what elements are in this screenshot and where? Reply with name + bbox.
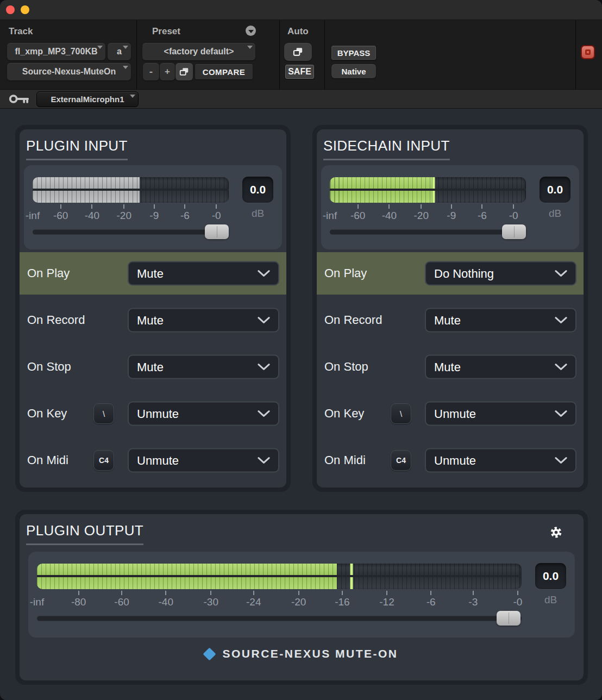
chevron-down-icon [555,410,567,417]
titlebar [0,0,602,20]
row-on-record: On Record Mute [317,299,584,341]
compare-label: COMPARE [203,67,245,77]
on-key-dropdown[interactable]: Unmute [128,402,279,426]
plugin-output-title: PLUGIN OUTPUT [26,522,143,539]
plugin-input-meter [33,177,229,203]
plugin-header: Track fl_xmp_MP3_700KB a Source-Nexus-Mu… [0,20,602,90]
key-assign-button[interactable]: \ [391,403,411,424]
midi-assign-button[interactable]: C4 [93,450,114,471]
scale-tick [473,591,474,595]
sidechain-gain-slider[interactable] [330,224,526,239]
slider-track[interactable] [33,229,229,234]
next-preset-button[interactable]: + [160,63,175,80]
on-midi-label: On Midi [324,453,366,467]
sidechain-gain-readout[interactable]: 0.0 [540,177,570,203]
slider-track[interactable] [37,616,522,621]
scale-tick-label: -20 [116,210,131,222]
scale-tick-label: -6 [427,596,436,608]
sidechain-source-selector[interactable]: ExternalMicrophn1 [36,91,139,107]
row-on-play: On Play Do Nothing [317,252,584,295]
on-record-label: On Record [324,313,382,327]
chevron-down-icon [555,270,567,277]
plugin-selector[interactable]: Source-Nexus-MuteOn [7,63,131,80]
scale-tick-label: -16 [335,596,349,608]
plugin-output-gain-readout[interactable]: 0.0 [535,563,566,589]
scale-tick-label: -40 [382,210,397,222]
scale-tick [388,204,390,209]
on-stop-dropdown[interactable]: Mute [128,355,279,379]
preset-selector[interactable]: <factory default> [142,43,255,60]
slider-handle[interactable] [497,611,521,626]
on-key-label: On Key [27,407,67,421]
sidechain-input-title: SIDECHAIN INPUT [323,138,450,154]
automation-enable-button[interactable] [284,43,312,61]
slider-handle[interactable] [502,224,526,239]
on-midi-label: On Midi [27,453,68,467]
on-record-dropdown[interactable]: Mute [425,308,576,333]
chevron-down-icon [123,46,128,49]
scale-tick [253,591,254,595]
preset-name: <factory default> [164,47,234,57]
previous-preset-button[interactable]: - [143,63,159,80]
scale-tick [481,204,482,209]
on-key-label: On Key [324,407,364,421]
scale-tick-label: -9 [149,210,159,222]
bypass-button[interactable]: BYPASS [331,46,376,60]
slider-track[interactable] [330,229,526,234]
scale-tick-label: -6 [180,210,190,222]
chevron-down-icon [258,457,270,464]
compare-button[interactable]: COMPARE [195,64,253,79]
preset-menu-button[interactable] [246,26,256,36]
scale-tick-label: -inf [26,210,40,222]
chevron-down-icon [248,30,254,33]
chevron-down-icon [258,270,270,277]
minimize-window-button[interactable] [21,5,29,14]
db-unit-label: dB [540,208,570,220]
scale-tick [165,591,166,595]
auto-section: Auto SAFE [280,20,325,89]
scale-tick [154,204,155,209]
track-section: Track fl_xmp_MP3_700KB a Source-Nexus-Mu… [0,20,137,89]
copy-icon [179,67,190,77]
on-stop-dropdown[interactable]: Mute [425,355,576,379]
plugin-input-title: PLUGIN INPUT [26,138,128,154]
track-selector[interactable]: fl_xmp_MP3_700KB [7,43,105,60]
on-record-dropdown[interactable]: Mute [128,308,279,333]
plugin-target-button[interactable] [581,45,595,59]
native-button[interactable]: Native [331,64,376,78]
automation-safe-button[interactable]: SAFE [285,65,314,79]
midi-assign-button[interactable]: C4 [391,450,411,471]
chevron-down-icon [555,316,567,324]
scale-tick [430,591,431,595]
scale-tick [210,591,211,595]
scale-tick-label: -30 [203,596,218,608]
scale-tick [298,591,299,595]
on-key-dropdown[interactable]: Unmute [425,402,576,426]
plugin-input-gain-readout[interactable]: 0.0 [242,177,273,203]
scale-tick-label: -40 [85,210,99,222]
slider-handle[interactable] [205,224,229,239]
on-midi-dropdown[interactable]: Unmute [128,448,279,473]
key-assign-button[interactable]: \ [93,403,114,424]
chevron-down-icon [258,316,270,324]
on-play-dropdown[interactable]: Mute [128,261,279,286]
row-on-midi: On Midi C4 Unmute [20,439,286,482]
track-name: fl_xmp_MP3_700KB [15,47,97,57]
insert-slot-letter: a [117,47,122,57]
on-play-dropdown[interactable]: Do Nothing [425,261,576,286]
meter-scale: -inf-80-60-40-30-24-20-16-12-6-3-0 [37,590,522,610]
plugin-input-gain-slider[interactable] [33,224,229,239]
on-play-label: On Play [324,266,367,280]
row-on-play: On Play Mute [20,252,286,295]
plugin-output-gain-slider[interactable] [37,611,522,626]
automation-icon [292,47,304,58]
scale-tick-label: -80 [71,596,86,608]
row-on-stop: On Stop Mute [20,346,286,388]
close-window-button[interactable] [6,5,15,14]
settings-button[interactable] [549,526,563,541]
on-midi-dropdown[interactable]: Unmute [425,448,576,473]
meter-scale: -inf-60-40-20-9-6-0 [33,204,229,223]
copy-settings-button[interactable] [175,63,193,80]
insert-slot-selector[interactable]: a [108,43,131,60]
scale-tick-label: -0 [212,210,221,222]
